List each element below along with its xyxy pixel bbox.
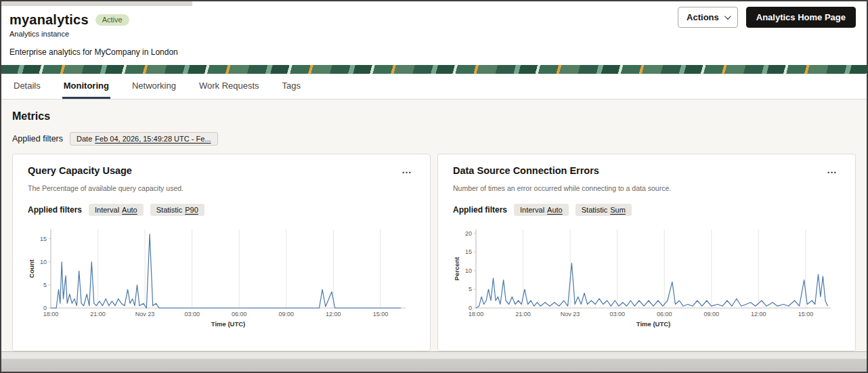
statistic-filter-chip[interactable]: Statistic Sum <box>576 204 632 216</box>
svg-text:15: 15 <box>40 236 47 242</box>
svg-text:5: 5 <box>43 282 47 288</box>
analytics-home-page-button[interactable]: Analytics Home Page <box>746 7 856 28</box>
card-title: Query Capacity Usage <box>28 165 132 176</box>
svg-text:15:00: 15:00 <box>373 311 389 317</box>
svg-text:09:00: 09:00 <box>704 311 720 317</box>
interval-filter-chip[interactable]: Interval Auto <box>514 204 569 216</box>
svg-text:06:00: 06:00 <box>657 311 672 317</box>
svg-text:10: 10 <box>465 267 472 274</box>
instance-type-label: Analytics instance <box>9 30 856 38</box>
status-badge: Active <box>95 14 129 26</box>
filter-label: Interval <box>95 206 119 214</box>
ellipsis-menu-icon[interactable] <box>399 165 415 175</box>
tab-work-requests[interactable]: Work Requests <box>198 74 261 99</box>
date-filter-value: Feb 04, 2026, 15:49:28 UTC - Fe... <box>95 135 211 143</box>
filter-label: Statistic <box>582 206 608 214</box>
applied-filters-label: Applied filters <box>453 205 507 215</box>
applied-filters-label: Applied filters <box>28 205 82 215</box>
chart-svg: 05101518:0021:00Nov 2303:0006:0009:0012:… <box>28 225 410 328</box>
card-description: The Percentage of available query capaci… <box>28 184 415 192</box>
svg-text:10: 10 <box>40 259 47 265</box>
analytics-instance-page: myanalytics Active Analytics instance En… <box>1 1 867 372</box>
svg-text:Time (UTC): Time (UTC) <box>211 320 246 328</box>
decorative-banner <box>1 65 867 74</box>
filter-value: Auto <box>547 206 563 214</box>
metrics-heading: Metrics <box>12 110 856 123</box>
tab-tags[interactable]: Tags <box>281 74 302 99</box>
svg-text:5: 5 <box>469 286 472 292</box>
window-footer-strip <box>1 351 867 372</box>
instance-description: Enterprise analytics for MyCompany in Lo… <box>9 47 856 57</box>
card-applied-filters: Applied filters Interval Auto Statistic … <box>453 204 840 216</box>
filter-label: Statistic <box>156 206 183 214</box>
chart-svg: 0510152018:0021:00Nov 2303:0006:0009:001… <box>453 225 835 328</box>
svg-text:03:00: 03:00 <box>184 311 200 317</box>
chevron-down-icon <box>724 13 731 20</box>
svg-text:03:00: 03:00 <box>609 311 625 317</box>
filter-value: Auto <box>122 206 137 214</box>
interval-filter-chip[interactable]: Interval Auto <box>89 204 144 216</box>
svg-text:06:00: 06:00 <box>232 311 247 317</box>
svg-text:Count: Count <box>28 259 35 278</box>
filter-value: P90 <box>185 206 198 214</box>
svg-text:18:00: 18:00 <box>43 311 59 317</box>
card-title: Data Source Connection Errors <box>453 165 599 176</box>
filter-value: Sum <box>610 206 626 214</box>
svg-text:20: 20 <box>465 230 472 237</box>
svg-text:12:00: 12:00 <box>326 311 341 317</box>
svg-text:12:00: 12:00 <box>751 311 766 317</box>
svg-text:21:00: 21:00 <box>515 311 531 317</box>
svg-text:09:00: 09:00 <box>279 311 295 317</box>
main-content: Metrics Applied filters Date Feb 04, 202… <box>1 100 867 351</box>
ellipsis-menu-icon[interactable] <box>824 165 840 175</box>
date-filter-prefix: Date <box>77 135 92 143</box>
page-title: myanalytics <box>9 12 89 28</box>
query-capacity-chart: 05101518:0021:00Nov 2303:0006:0009:0012:… <box>28 225 415 331</box>
connection-errors-chart: 0510152018:0021:00Nov 2303:0006:0009:001… <box>453 225 840 331</box>
svg-text:21:00: 21:00 <box>90 311 106 317</box>
data-source-connection-errors-card: Data Source Connection Errors Number of … <box>437 154 856 351</box>
window-top-strip <box>1 1 192 6</box>
filter-label: Interval <box>520 206 544 214</box>
page-applied-filters: Applied filters Date Feb 04, 2026, 15:49… <box>12 132 856 146</box>
svg-text:Percent: Percent <box>453 257 460 281</box>
svg-text:15:00: 15:00 <box>798 311 814 317</box>
applied-filters-label: Applied filters <box>12 134 63 144</box>
card-applied-filters: Applied filters Interval Auto Statistic … <box>28 204 415 216</box>
tab-details[interactable]: Details <box>12 74 42 99</box>
svg-text:Time (UTC): Time (UTC) <box>636 320 671 328</box>
actions-button[interactable]: Actions <box>678 7 738 28</box>
svg-text:Nov 23: Nov 23 <box>135 311 155 317</box>
tab-monitoring[interactable]: Monitoring <box>62 74 110 99</box>
tab-networking[interactable]: Networking <box>131 74 177 99</box>
tab-bar: Details Monitoring Networking Work Reque… <box>1 74 867 100</box>
query-capacity-usage-card: Query Capacity Usage The Percentage of a… <box>12 154 431 351</box>
statistic-filter-chip[interactable]: Statistic P90 <box>150 204 204 216</box>
card-description: Number of times an error occurred while … <box>453 184 840 192</box>
instance-header: myanalytics Active Analytics instance En… <box>1 1 867 65</box>
svg-text:Nov 23: Nov 23 <box>561 311 580 317</box>
svg-text:15: 15 <box>465 248 472 255</box>
svg-text:18:00: 18:00 <box>469 311 484 317</box>
actions-button-label: Actions <box>687 12 719 22</box>
date-filter-chip[interactable]: Date Feb 04, 2026, 15:49:28 UTC - Fe... <box>70 132 217 146</box>
